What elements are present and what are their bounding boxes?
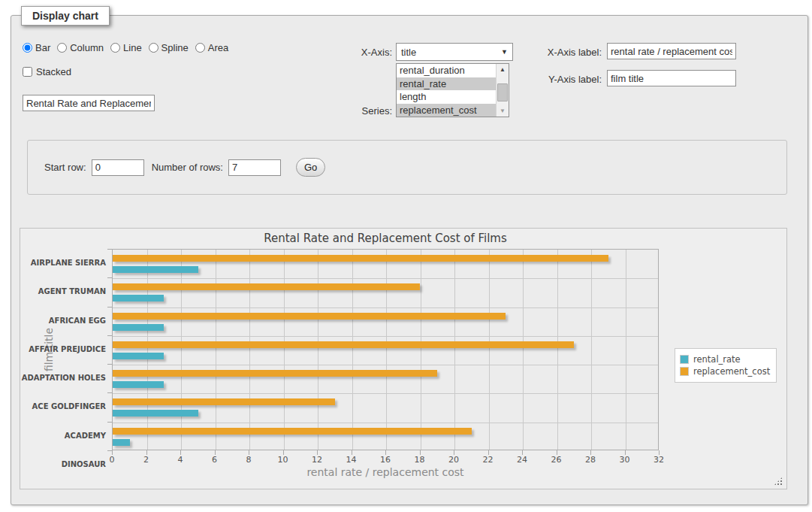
radio-spline[interactable] [149,43,158,53]
series-option-replacement_cost[interactable]: replacement_cost [397,104,496,117]
bar-replacement_cost [113,255,608,262]
y-tick-mark [107,307,112,308]
gridline-vertical [386,250,387,450]
x-tick-label: 22 [473,455,503,465]
y-tick-label: AFFAIR PREJUDICE [20,335,106,364]
x-tick-label: 32 [644,455,674,465]
chart-type-option-area[interactable]: Area [195,42,228,53]
bar-replacement_cost [113,398,335,405]
scrollbar-thumb[interactable] [497,83,508,101]
gridline-vertical [147,250,148,450]
x-axis-select[interactable]: title ▼ [396,43,513,61]
chart-x-axis-title: rental rate / replacement cost [112,466,659,478]
x-tick-label: 4 [165,455,195,465]
radio-label: Line [123,42,142,53]
series-options: rental_durationrental_ratelengthreplacem… [397,64,496,117]
series-option-length[interactable]: length [397,90,496,104]
num-rows-label: Number of rows: [152,162,223,173]
radio-label: Spline [161,42,189,53]
gridline-vertical [523,250,524,450]
bar-replacement_cost [113,428,472,435]
go-button[interactable]: Go [296,158,325,177]
listbox-scrollbar[interactable]: ▲ ▼ [496,64,509,117]
bar-replacement_cost [113,370,437,377]
resize-grip-icon[interactable] [774,477,783,486]
legend-swatch [680,355,689,364]
fieldset-legend: Display chart [21,6,110,26]
gridline-vertical [318,250,318,450]
x-tick-label: 20 [439,455,469,465]
chart-title-input[interactable] [23,95,155,111]
bar-rental_rate [113,324,164,331]
gridline-horizontal [113,336,658,337]
chart-type-option-bar[interactable]: Bar [23,42,50,53]
chart-title: Rental Rate and Replacement Cost of Film… [112,232,659,245]
gridline-vertical [249,250,250,450]
x-tick-label: 24 [507,455,537,465]
scroll-down-icon[interactable]: ▼ [497,105,509,117]
legend-label: rental_rate [693,354,741,365]
num-rows-input[interactable] [228,159,281,176]
scroll-up-icon[interactable]: ▲ [497,64,509,75]
x-tick-label: 12 [302,455,332,465]
radio-column[interactable] [57,43,67,53]
gridline-vertical [352,250,353,450]
radio-bar[interactable] [23,43,32,53]
bar-rental_rate [113,410,198,417]
gridline-vertical [454,250,455,450]
gridline-vertical [284,250,285,450]
series-listbox[interactable]: rental_durationrental_ratelengthreplacem… [396,63,509,117]
y-tick-mark [107,277,112,278]
start-row-input[interactable] [92,159,144,176]
x-tick-label: 2 [131,455,161,465]
radio-label: Column [70,42,104,53]
bar-replacement_cost [113,341,574,348]
bar-replacement_cost [113,283,420,290]
row-range-controls: Start row: Number of rows: Go [44,141,325,194]
stacked-checkbox[interactable] [23,67,32,77]
bar-rental_rate [113,266,198,273]
gridline-horizontal [113,423,658,423]
chart-legend: rental_ratereplacement_cost [675,348,777,383]
x-axis-select-value: title [401,47,501,58]
series-option-rental_duration[interactable]: rental_duration [397,64,496,77]
start-row-label: Start row: [44,162,86,173]
series-select-label: Series: [340,105,392,117]
x-tick-label: 14 [337,455,367,465]
radio-area[interactable] [195,43,205,53]
chart-type-option-spline[interactable]: Spline [149,42,189,53]
y-tick-mark [107,364,112,365]
plot-area [112,249,659,450]
stacked-label: Stacked [36,66,71,77]
y-tick-mark [107,335,112,336]
chart-type-option-line[interactable]: Line [110,42,142,53]
series-option-rental_rate[interactable]: rental_rate [397,77,496,91]
y-axis-label-caption: Y-Axis label: [530,74,602,85]
y-axis-label-input[interactable] [607,70,736,86]
x-axis-label-input[interactable] [607,43,736,59]
y-tick-mark [107,249,112,250]
bar-rental_rate [113,295,164,301]
x-tick-label: 18 [405,455,435,465]
radio-line[interactable] [110,43,120,53]
chart-type-option-column[interactable]: Column [57,42,104,53]
x-axis-select-label: X-Axis: [340,47,392,58]
y-tick-label: AGENT TRUMAN [20,277,106,306]
gridline-horizontal [113,308,658,308]
legend-item-replacement_cost: replacement_cost [680,366,770,377]
bar-rental_rate [113,353,164,359]
gridline-vertical [421,250,421,450]
x-axis-label-caption: X-Axis label: [530,47,602,58]
y-tick-mark [107,392,112,393]
gridline-vertical [591,250,592,450]
x-tick-label: 10 [268,455,298,465]
bar-replacement_cost [113,313,506,320]
legend-label: replacement_cost [693,366,770,377]
x-tick-label: 8 [234,455,264,465]
x-tick-label: 26 [542,455,572,465]
y-tick-mark [107,422,112,423]
stacked-option[interactable]: Stacked [23,66,71,77]
y-tick-label: ACE GOLDFINGER [20,392,106,421]
chart-type-radios: BarColumnLineSplineArea [23,42,235,53]
chevron-down-icon: ▼ [501,48,508,56]
